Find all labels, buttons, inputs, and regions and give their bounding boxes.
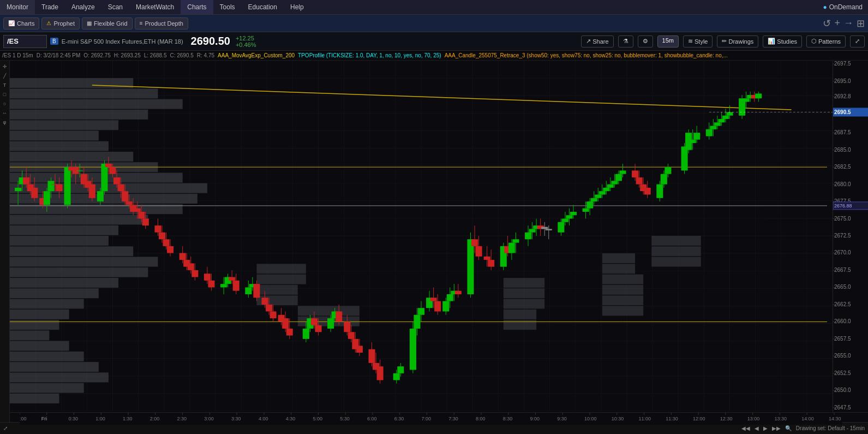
menu-charts[interactable]: Charts — [181, 0, 213, 14]
product-depth-btn[interactable]: ≡ Product Depth — [135, 17, 188, 29]
cursor-tool[interactable]: ✛ — [1, 63, 9, 70]
exchange-badge: B — [50, 38, 58, 45]
main-chart-canvas[interactable] — [10, 61, 833, 411]
nav-prev[interactable]: ◀ — [755, 425, 759, 431]
menu-tools[interactable]: Tools — [213, 0, 242, 14]
draw-tool[interactable]: ╱ — [1, 72, 9, 80]
chart-low: L: 2688.5 — [144, 52, 167, 58]
charts-icon: 📈 — [8, 20, 15, 26]
chart-wrapper — [10, 61, 868, 422]
prophet-toolbar-btn[interactable]: ⚠ Prophet — [41, 17, 80, 29]
chart-r: R: 4.75 — [197, 52, 214, 58]
grid-icon: ▦ — [87, 20, 92, 26]
menu-education[interactable]: Education — [242, 0, 284, 14]
flexible-grid-btn[interactable]: ▦ Flexible Grid — [82, 17, 133, 29]
style-icon: ≋ — [688, 38, 693, 45]
drawing-set-label: Drawing set: Default - 15min — [796, 425, 865, 431]
fullscreen-icon: ⤢ — [855, 38, 860, 45]
price-axis-canvas — [833, 61, 868, 411]
symbol-input[interactable] — [3, 35, 47, 48]
price-change: +12.25 +0.46% — [236, 35, 256, 48]
fibonacci-tool[interactable]: φ — [1, 118, 9, 126]
depth-icon: ≡ — [140, 20, 143, 26]
rect-tool[interactable]: □ — [1, 91, 9, 98]
drawings-icon: ✏ — [722, 38, 727, 45]
charts-toolbar-btn[interactable]: 📈 Charts — [3, 17, 39, 29]
chart-container: ✛ ╱ T □ ○ ↔ φ — [0, 61, 868, 422]
studies-icon: 📊 — [768, 38, 775, 45]
chart-symbol-tf: /ES 1 D 15m — [2, 52, 33, 58]
nav-next[interactable]: ▶ — [763, 425, 768, 431]
indicator1-label: AAA_MovAvgExp_Custom_200 — [218, 52, 295, 58]
left-tools-panel: ✛ ╱ T □ ○ ↔ φ — [0, 61, 10, 422]
time-axis — [10, 412, 868, 422]
menu-scan[interactable]: Scan — [101, 0, 129, 14]
top-menu-bar: Monitor Trade Analyze Scan MarketWatch C… — [0, 0, 868, 15]
bottom-expand-icon[interactable]: ⤢ — [3, 425, 8, 431]
chart-date: D: 3/2/18 2:45 PM — [37, 52, 81, 58]
undo-btn[interactable]: ↺ — [823, 17, 831, 29]
zoom-icon[interactable]: 🔍 — [785, 425, 792, 431]
share-icon: ↗ — [586, 38, 591, 45]
menu-help[interactable]: Help — [284, 0, 310, 14]
settings-btn[interactable]: ⚙ — [638, 35, 653, 47]
drawings-btn[interactable]: ✏ Drawings — [717, 35, 758, 47]
chart-canvas-area[interactable] — [10, 61, 833, 412]
lab-icon: ⚗ — [623, 38, 628, 45]
menu-monitor[interactable]: Monitor — [0, 0, 35, 14]
menu-marketwatch[interactable]: MarketWatch — [129, 0, 181, 14]
fullscreen-btn[interactable]: ⤢ — [850, 35, 865, 47]
studies-btn[interactable]: 📊 Studies — [763, 35, 802, 47]
menu-analyze[interactable]: Analyze — [65, 0, 101, 14]
price-axis — [833, 61, 868, 412]
expand-btn[interactable]: → — [843, 17, 853, 29]
patterns-icon: ⬡ — [811, 38, 817, 45]
time-axis-canvas — [20, 413, 842, 425]
measure-tool[interactable]: ↔ — [1, 109, 9, 117]
symbol-description: E-mini S&P 500 Index Futures,ETH (MAR 18… — [62, 38, 183, 45]
chart-main-row — [10, 61, 868, 412]
bottom-right-controls: ◀◀ ◀ ▶ ▶▶ 🔍 Drawing set: Default - 15min — [741, 425, 865, 431]
patterns-btn[interactable]: ⬡ Patterns — [806, 35, 846, 47]
symbol-bar: B E-mini S&P 500 Index Futures,ETH (MAR … — [0, 32, 868, 51]
share-btn[interactable]: ↗ Share — [581, 35, 613, 47]
current-price: 2690.50 — [191, 35, 230, 47]
style-btn[interactable]: ≋ Style — [683, 35, 713, 47]
nav-prev-prev[interactable]: ◀◀ — [741, 425, 750, 431]
circle-tool[interactable]: ○ — [1, 100, 9, 108]
chart-info-bar: /ES 1 D 15m D: 3/2/18 2:45 PM O: 2692.75… — [0, 51, 868, 61]
toolbar: 📈 Charts ⚠ Prophet ▦ Flexible Grid ≡ Pro… — [0, 15, 868, 32]
chart-high: H: 2693.25 — [114, 52, 141, 58]
prophet-icon: ⚠ — [46, 20, 51, 26]
timeframe-btn[interactable]: 15m — [657, 35, 679, 47]
grid-layout-btn[interactable]: ⊞ — [857, 17, 865, 29]
ondemand-button[interactable]: ● OnDemand — [817, 3, 868, 11]
text-tool[interactable]: T — [1, 81, 9, 89]
chart-close: C: 2690.5 — [170, 52, 193, 58]
menu-trade[interactable]: Trade — [35, 0, 65, 14]
chart-open: O: 2692.75 — [83, 52, 110, 58]
nav-next-next[interactable]: ▶▶ — [772, 425, 781, 431]
add-chart-btn[interactable]: + — [834, 17, 840, 29]
gear-icon: ⚙ — [643, 38, 648, 45]
lab-btn[interactable]: ⚗ — [618, 35, 633, 47]
indicator3-label: AAA_Candle_255075_Retrace_3 (show50: yes… — [445, 52, 728, 58]
indicator2-label: TPOProfile (TICKSIZE: 1.0, DAY, 1, no, 1… — [298, 52, 441, 58]
